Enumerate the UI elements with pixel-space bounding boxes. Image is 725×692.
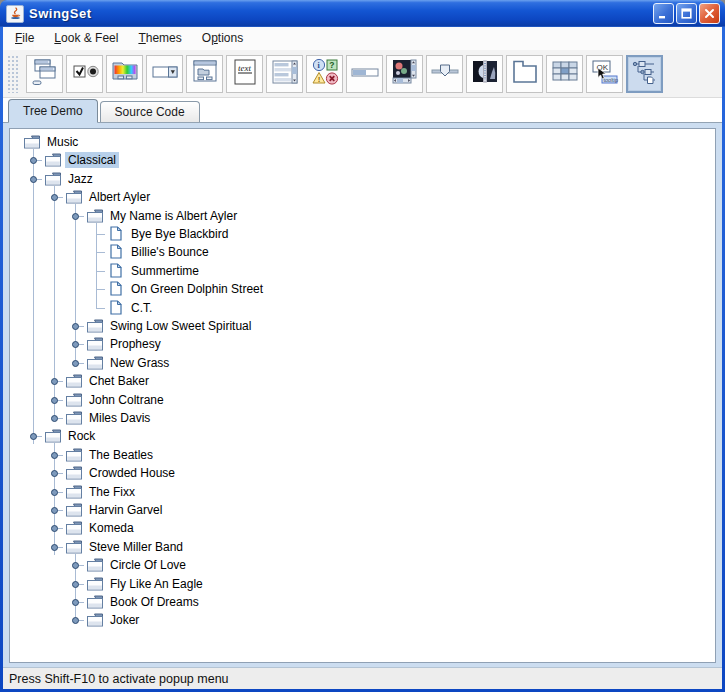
- tree-node-label[interactable]: Swing Low Sweet Spiritual: [107, 318, 254, 334]
- tree-node-classical: Classical: [65, 151, 119, 169]
- progress-bar-icon: [350, 57, 380, 90]
- tree-expand-handle-icon[interactable]: [30, 157, 37, 164]
- music-tree[interactable]: MusicClassicalJazzAlbert AylerMy Name is…: [10, 129, 715, 662]
- toolbar-button-tabbed-pane-demo[interactable]: [506, 55, 543, 93]
- tree-collapse-handle-icon[interactable]: [51, 544, 58, 551]
- tree-node-prophesy: Prophesy: [107, 335, 164, 353]
- tree-expand-handle-icon[interactable]: [51, 452, 58, 459]
- tree-node-label[interactable]: Miles Davis: [86, 410, 153, 426]
- application-window: SwingSet FileLook & FeelThemesOptions te…: [0, 0, 725, 692]
- tree-expand-handle-icon[interactable]: [51, 525, 58, 532]
- tree-connector-line: [96, 234, 105, 235]
- tree-collapse-handle-icon[interactable]: [72, 213, 79, 220]
- tree-collapse-handle-icon[interactable]: [30, 176, 37, 183]
- toolbar-button-scroll-pane-demo[interactable]: [386, 55, 423, 93]
- tree-connector-line: [96, 252, 105, 253]
- tree-node-new-grass: New Grass: [107, 354, 172, 372]
- toolbar-button-table-demo[interactable]: [546, 55, 583, 93]
- tree-node-label[interactable]: Crowded House: [86, 465, 178, 481]
- tree-expand-handle-icon[interactable]: [51, 378, 58, 385]
- toolbar-button-option-pane-demo[interactable]: i?!: [306, 55, 343, 93]
- tree-node-label[interactable]: Billie's Bounce: [128, 244, 212, 260]
- toolbar: texti?!OKtooltip: [3, 50, 722, 98]
- tree-expand-handle-icon[interactable]: [72, 599, 79, 606]
- file-chooser-icon: [190, 57, 220, 90]
- tree-node-label[interactable]: Fly Like An Eagle: [107, 576, 206, 592]
- tree-node-label[interactable]: Steve Miller Band: [86, 539, 186, 555]
- tree-collapse-handle-icon[interactable]: [51, 194, 58, 201]
- maximize-button[interactable]: [676, 3, 697, 24]
- toolbar-button-tool-tip-demo[interactable]: OKtooltip: [586, 55, 623, 93]
- tree-expand-handle-icon[interactable]: [51, 397, 58, 404]
- tree-expand-handle-icon[interactable]: [51, 470, 58, 477]
- toolbar-button-html-text-demo[interactable]: text: [226, 55, 263, 93]
- java-cup-icon[interactable]: [6, 5, 24, 23]
- tree-connector-line: [96, 308, 105, 309]
- toolbar-button-progress-bar-demo[interactable]: [346, 55, 383, 93]
- toolbar-button-list-demo[interactable]: [266, 55, 303, 93]
- menu-item-look-feel[interactable]: Look & Feel: [44, 27, 128, 50]
- tree-node-albert-ayler: Albert Ayler: [86, 188, 153, 206]
- tree-expand-handle-icon[interactable]: [51, 507, 58, 514]
- toolbar-button-combo-box-demo[interactable]: [146, 55, 183, 93]
- tree-node-label[interactable]: Harvin Garvel: [86, 502, 165, 518]
- tree-expand-handle-icon[interactable]: [72, 341, 79, 348]
- tree-expand-handle-icon[interactable]: [72, 360, 79, 367]
- tree-expand-handle-icon[interactable]: [51, 415, 58, 422]
- tree-node-label[interactable]: Chet Baker: [86, 373, 152, 389]
- tree-node-label[interactable]: Bye Bye Blackbird: [128, 226, 231, 242]
- tree-expand-handle-icon[interactable]: [72, 562, 79, 569]
- minimize-button[interactable]: [653, 3, 674, 24]
- tree-node-label[interactable]: Prophesy: [107, 336, 164, 352]
- tree-node-label[interactable]: The Fixx: [86, 484, 138, 500]
- svg-text:?: ?: [329, 60, 334, 70]
- combo-box-icon: [150, 57, 180, 90]
- tree-node-label[interactable]: Music: [44, 134, 81, 150]
- folder-icon: [87, 577, 104, 594]
- tree-node-miles-davis: Miles Davis: [86, 409, 153, 427]
- menu-item-themes[interactable]: Themes: [128, 27, 191, 50]
- window-title: SwingSet: [29, 6, 92, 21]
- tree-node-steve-miller-band: Steve Miller Band: [86, 538, 186, 556]
- toolbar-button-file-chooser-demo[interactable]: [186, 55, 223, 93]
- toolbar-button-internal-frame-demo[interactable]: [26, 55, 63, 93]
- tab-tree-demo[interactable]: Tree Demo: [8, 99, 98, 123]
- tree-node-label[interactable]: Classical: [65, 152, 119, 168]
- tree-node-label[interactable]: Book Of Dreams: [107, 594, 202, 610]
- menu-item-options[interactable]: Options: [192, 27, 253, 50]
- tree-expand-handle-icon[interactable]: [72, 323, 79, 330]
- tree-node-label[interactable]: Jazz: [65, 171, 96, 187]
- tree-expand-handle-icon[interactable]: [51, 489, 58, 496]
- tab-source-code[interactable]: Source Code: [100, 101, 200, 122]
- menu-item-file[interactable]: File: [5, 27, 44, 50]
- toolbar-drag-grip-icon[interactable]: [7, 55, 20, 93]
- tree-expand-handle-icon[interactable]: [72, 617, 79, 624]
- tree-node-label[interactable]: On Green Dolphin Street: [128, 281, 266, 297]
- tree-node-label[interactable]: Komeda: [86, 520, 137, 536]
- tree-icon: [630, 57, 660, 90]
- tree-node-label[interactable]: Summertime: [128, 263, 202, 279]
- tree-node-label[interactable]: Albert Ayler: [86, 189, 153, 205]
- tree-node-label[interactable]: Joker: [107, 612, 142, 628]
- toolbar-button-color-chooser-demo[interactable]: [106, 55, 143, 93]
- document-icon: [110, 263, 122, 281]
- toolbar-button-tree-demo[interactable]: [626, 55, 663, 93]
- close-button[interactable]: [699, 3, 720, 24]
- tree-node-label[interactable]: New Grass: [107, 355, 172, 371]
- title-bar[interactable]: SwingSet: [0, 0, 725, 27]
- tree-collapse-handle-icon[interactable]: [30, 433, 37, 440]
- tree-node-label[interactable]: C.T.: [128, 300, 155, 316]
- tree-node-label[interactable]: The Beatles: [86, 447, 156, 463]
- toolbar-button-split-pane-demo[interactable]: [466, 55, 503, 93]
- slider-icon: [430, 57, 460, 90]
- tab-bar: Tree Demo Source Code: [3, 98, 722, 123]
- toolbar-button-slider-demo[interactable]: [426, 55, 463, 93]
- status-text: Press Shift-F10 to activate popup menu: [9, 672, 229, 686]
- toolbar-button-buttons-demo[interactable]: [66, 55, 103, 93]
- tree-node-label[interactable]: Circle Of Love: [107, 557, 189, 573]
- tree-expand-handle-icon[interactable]: [72, 581, 79, 588]
- html-text-icon: text: [230, 57, 260, 90]
- tree-node-label[interactable]: My Name is Albert Ayler: [107, 208, 240, 224]
- tree-node-label[interactable]: Rock: [65, 428, 98, 444]
- tree-node-label[interactable]: John Coltrane: [86, 392, 167, 408]
